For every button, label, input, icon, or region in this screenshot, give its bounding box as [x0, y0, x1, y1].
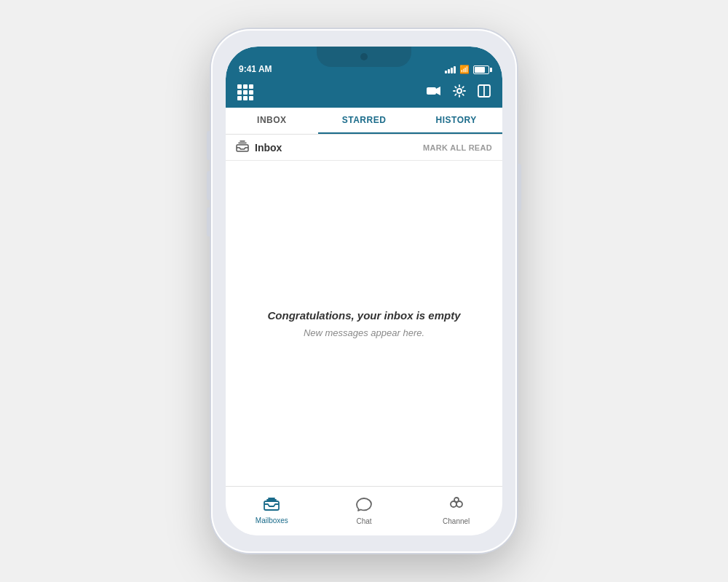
bottom-navigation: Mailboxes Chat Channel	[226, 486, 502, 535]
content-area: Congratulations, your inbox is empty New…	[226, 161, 502, 486]
inbox-title-group: Inbox	[236, 140, 282, 154]
empty-state: Congratulations, your inbox is empty New…	[253, 295, 475, 353]
svg-marker-1	[436, 87, 440, 95]
channel-icon	[448, 497, 465, 515]
svg-rect-0	[427, 87, 436, 95]
notch-camera	[360, 53, 368, 60]
signal-icon	[445, 66, 456, 73]
phone-screen: 9:41 AM 📶	[226, 47, 502, 535]
battery-icon	[473, 65, 489, 74]
app-header	[226, 79, 502, 108]
tab-inbox[interactable]: INBOX	[226, 108, 318, 134]
svg-point-9	[454, 498, 459, 502]
header-actions	[427, 84, 491, 100]
settings-icon[interactable]	[453, 84, 466, 100]
channel-label: Channel	[443, 517, 470, 525]
grid-menu-icon[interactable]	[237, 84, 253, 100]
tab-starred[interactable]: STARRED	[318, 108, 411, 134]
nav-item-channel[interactable]: Channel	[410, 487, 502, 535]
svg-rect-6	[264, 501, 279, 510]
mark-all-read-button[interactable]: MARK ALL READ	[423, 143, 492, 152]
phone-device: 9:41 AM 📶	[211, 29, 517, 553]
layout-icon[interactable]	[478, 84, 491, 100]
tab-history[interactable]: HISTORY	[410, 108, 502, 134]
mailboxes-icon	[264, 498, 280, 514]
empty-title: Congratulations, your inbox is empty	[267, 309, 460, 322]
inbox-header-row: Inbox MARK ALL READ	[226, 135, 502, 161]
mailboxes-label: Mailboxes	[256, 517, 288, 525]
empty-subtitle: New messages appear here.	[267, 327, 460, 338]
inbox-label-text: Inbox	[255, 142, 282, 154]
status-time: 9:41 AM	[239, 64, 272, 74]
chat-label: Chat	[356, 517, 371, 525]
nav-item-chat[interactable]: Chat	[318, 487, 411, 535]
wifi-icon: 📶	[459, 65, 470, 74]
chat-icon	[356, 497, 372, 515]
inbox-tray-icon	[236, 140, 249, 154]
svg-point-2	[457, 89, 462, 93]
video-camera-icon[interactable]	[427, 86, 441, 99]
nav-item-mailboxes[interactable]: Mailboxes	[226, 487, 318, 535]
tabs-bar: INBOX STARRED HISTORY	[226, 108, 502, 135]
phone-notch	[317, 47, 411, 67]
status-icons: 📶	[445, 65, 489, 74]
